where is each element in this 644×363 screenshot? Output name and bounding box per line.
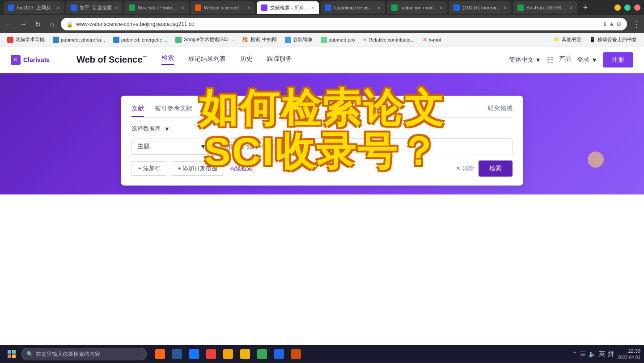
tab-literature[interactable]: 文献	[131, 105, 144, 117]
search-button[interactable]: 检索	[479, 160, 513, 177]
tab-7-close[interactable]: ✕	[439, 5, 443, 10]
products-label[interactable]: 产品	[559, 55, 572, 65]
tab-1[interactable]: hao123_上网从.. ✕	[4, 1, 64, 14]
refresh-button[interactable]: ↻	[32, 20, 43, 29]
clarivate-label: Clarivate	[23, 56, 50, 63]
browser-icon	[206, 349, 216, 359]
bookmark-pubmed1-icon	[53, 37, 59, 43]
browser-chrome: hao123_上网从.. ✕ 知乎_百度搜索 ✕ Sci-Hub | Photo…	[0, 0, 644, 46]
bookmark-google[interactable]: Google学术搜索|SCI-...	[172, 35, 238, 44]
taskbar-volume-icon[interactable]: 🔈	[589, 350, 596, 358]
taskbar-chevron-icon[interactable]: ⌃	[572, 350, 577, 358]
download-icon[interactable]: ⇓	[602, 21, 607, 28]
tab-8[interactable]: (1000+) Inorear... ✕	[449, 1, 511, 14]
bookmark-pubmed1[interactable]: pubmed: photrefra...	[49, 36, 109, 44]
taskbar-app-browser[interactable]	[203, 346, 219, 362]
tab-4[interactable]: Web of science/SCI... ✕	[191, 1, 255, 14]
bookmark-pubmed-pro[interactable]: pubmed.pro	[317, 36, 359, 44]
firefox-icon	[155, 349, 165, 359]
tab-5-close[interactable]: ✕	[311, 5, 314, 10]
clarivate-icon: C	[11, 55, 21, 65]
new-tab-button[interactable]: +	[579, 1, 592, 14]
taskbar-input-icon[interactable]: 拼	[608, 350, 614, 358]
bookmark-pubmed2[interactable]: pubmed: energetic ...	[110, 36, 171, 44]
files-icon	[223, 349, 233, 359]
tab-6[interactable]: Updating the use c... ✕	[321, 1, 385, 14]
tab-icon-7	[391, 4, 398, 11]
bookmark-icon[interactable]: ★	[609, 21, 614, 28]
db-dropdown[interactable]: ▼	[164, 126, 170, 132]
tab-3-close[interactable]: ✕	[181, 5, 184, 10]
taskbar-app-files[interactable]	[220, 346, 236, 362]
tab-1-close[interactable]: ✕	[56, 5, 60, 10]
tab-6-close[interactable]: ✕	[377, 5, 381, 10]
tab-5-label: 文献检索 - 所有...	[270, 4, 308, 11]
wos-header: C Clarivate Web of Science™ 检索 标记结果列表 历史…	[0, 46, 644, 73]
tab-7[interactable]: Iodine ion mod... ✕	[387, 1, 447, 14]
url-text: www-webofscience-com-s.beijingjiaoda.tsg…	[76, 21, 600, 27]
add-date-button[interactable]: + 添加日期范围	[171, 161, 224, 176]
tab-researcher[interactable]: 研究人员	[203, 105, 228, 117]
clear-button[interactable]: ✕ 清除	[456, 165, 474, 173]
nav-track[interactable]: 跟踪服务	[267, 55, 292, 65]
taskbar-app-ppt[interactable]	[288, 346, 304, 362]
bookmark-other[interactable]: 📁 其他书签	[550, 35, 585, 44]
tab-3[interactable]: Sci-Hub | Photosen... ✕	[124, 1, 189, 14]
maximize-button[interactable]	[624, 4, 631, 11]
tab-5-active[interactable]: 文献检索 - 所有... ✕	[257, 1, 319, 14]
taskbar-network-icon[interactable]: ☰	[580, 350, 586, 358]
bookmark-pubmed2-icon	[113, 37, 119, 43]
tab-8-close[interactable]: ✕	[503, 5, 507, 10]
explorer-icon	[240, 349, 250, 359]
tab-9-close[interactable]: ✕	[569, 5, 573, 10]
extensions-icon[interactable]: ⋮	[632, 19, 640, 29]
taskbar-lang-indicator[interactable]: 英	[599, 350, 605, 358]
tab-cited[interactable]: 被引参考文献	[155, 105, 192, 117]
register-button[interactable]: 注册	[603, 52, 633, 68]
back-button[interactable]: ←	[4, 20, 14, 28]
taskbar-search[interactable]: 🔍 在这里输入你要搜索的内容	[21, 348, 147, 360]
taskbar-app-green[interactable]	[254, 346, 270, 362]
taskbar-app-feishu[interactable]	[186, 346, 202, 362]
nav-marked[interactable]: 标记结果列表	[188, 55, 226, 65]
field-select[interactable]: 主题 ▼	[131, 139, 212, 155]
tab-9[interactable]: Sci-Hub | SERS-acti... ✕	[513, 1, 577, 14]
bookmark-google2[interactable]: 谷歌镜像	[281, 35, 316, 44]
search-card: 文献 被引参考文献 研究人员 研究领域 选择数据库 ▼ 主题 ▼ + 添加行	[121, 96, 523, 186]
add-row-button[interactable]: + 添加行	[131, 161, 167, 176]
taskbar-right: ⌃ ☰ 🔈 英 拼 22:39 2022-04-01	[572, 348, 640, 360]
taskbar-app-firefox[interactable]	[152, 346, 168, 362]
tab-right[interactable]: 研究领域	[487, 105, 513, 117]
bookmark-relative[interactable]: ★ Relative contributio...	[359, 36, 418, 43]
url-bar[interactable]: 🔒 www-webofscience-com-s.beijingjiaoda.t…	[61, 18, 627, 30]
tab-7-label: Iodine ion mod...	[400, 5, 436, 10]
taskbar-app-mochi[interactable]	[271, 346, 287, 362]
taskbar-app-explorer[interactable]	[237, 346, 253, 362]
lang-selector[interactable]: 简体中文 ▼	[509, 56, 541, 64]
tab-4-close[interactable]: ✕	[247, 5, 250, 10]
products-icon[interactable]: ☷	[547, 55, 554, 65]
search-input[interactable]	[216, 138, 513, 155]
taskbar-app-word[interactable]	[169, 346, 185, 362]
bookmark-other-icon: 📁	[554, 37, 560, 42]
home-button[interactable]: ⌂	[47, 20, 57, 28]
minimize-button[interactable]	[614, 4, 621, 11]
close-button[interactable]	[634, 4, 640, 11]
forward-button[interactable]: →	[18, 20, 29, 28]
nav-search[interactable]: 检索	[161, 54, 174, 65]
advanced-search-link[interactable]: 高级检索	[229, 165, 253, 173]
bookmark-dragon[interactable]: 龙猫学术导航	[4, 35, 48, 44]
bookmark-cnki-label: 检索-中知网	[250, 36, 277, 43]
login-button[interactable]: 登录 ▼	[577, 56, 597, 64]
bookmark-cnki[interactable]: 检 检索-中知网	[239, 35, 280, 44]
search-row: 主题 ▼	[131, 138, 513, 155]
nav-history[interactable]: 历史	[240, 55, 253, 65]
bookmark-xmol[interactable]: ✕ x-mol	[419, 36, 445, 44]
address-bar: ← → ↻ ⌂ 🔒 www-webofscience-com-s.beijing…	[0, 15, 644, 33]
start-button[interactable]	[4, 346, 20, 362]
bookmark-mobile[interactable]: 📱 移动设备上的书签	[586, 35, 640, 44]
tab-2-close[interactable]: ✕	[114, 5, 118, 10]
bookmark-pubmed-pro-icon	[321, 37, 327, 43]
tab-2[interactable]: 知乎_百度搜索 ✕	[66, 1, 123, 14]
settings-icon[interactable]: ⚙	[616, 21, 622, 28]
